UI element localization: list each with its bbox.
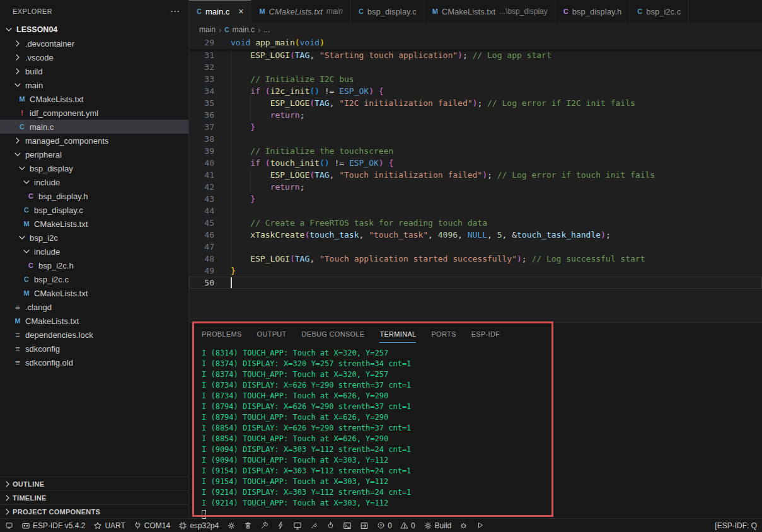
code-editor[interactable]: 29void app_main(void)31 ESP_LOGI(TAG, "S…	[189, 37, 762, 322]
tree-item-cmakelists-txt[interactable]: MCMakeLists.txt	[0, 92, 188, 106]
panel-tab-problems[interactable]: PROBLEMS	[202, 325, 242, 343]
statusbar-play-icon[interactable]	[476, 521, 484, 529]
tree-item-include[interactable]: include	[0, 245, 188, 258]
code-line[interactable]: 41 ESP_LOGE(TAG, "Touch initialization f…	[189, 169, 762, 181]
tree-item-peripheral[interactable]: peripheral	[0, 147, 188, 161]
tab-bsp-display-c[interactable]: Cbsp_display.c	[351, 0, 425, 23]
tree-item-idf-component-yml[interactable]: !idf_component.yml	[0, 106, 188, 120]
statusbar-monitor-icon[interactable]	[293, 521, 302, 530]
statusbar-gear-icon[interactable]	[227, 521, 236, 530]
sticky-scroll-line[interactable]: 29void app_main(void)	[189, 37, 762, 49]
terminal-line: I (8794) DISPLAY: X=626 Y=290 strenth=37…	[202, 402, 762, 412]
panel-tab-ports[interactable]: PORTS	[431, 325, 456, 343]
line-number: 48	[189, 253, 214, 265]
tree-item-cmakelists-txt[interactable]: MCMakeLists.txt	[0, 314, 188, 328]
code-line[interactable]: 48 ESP_LOGI(TAG, "Touch application star…	[189, 253, 762, 265]
breadcrumb[interactable]: main›Cmain.c›...	[189, 23, 762, 37]
breadcrumb-separator-icon: ›	[258, 25, 260, 35]
tree-item-bsp-display[interactable]: bsp_display	[0, 161, 188, 175]
breadcrumb-segment[interactable]: main	[199, 25, 216, 34]
code-line[interactable]: 38	[189, 133, 762, 145]
tab-bsp-display-h[interactable]: Cbsp_display.h	[556, 0, 630, 23]
tab-cmakelists-txt[interactable]: MCMakeLists.txt...\bsp_display	[425, 0, 556, 23]
statusbar-star-icon-uart[interactable]: UART	[93, 521, 125, 530]
panel-tabbar: PROBLEMSOUTPUTDEBUG CONSOLETERMINALPORTS…	[189, 323, 762, 344]
statusbar-bolt-icon[interactable]	[277, 521, 285, 529]
statusbar-espidf-icon-esp-idf-v5-4-2[interactable]: ESP-IDF v5.4.2	[21, 521, 85, 530]
code-line[interactable]: 45 // Create a FreeRTOS task for reading…	[189, 217, 762, 229]
tree-item-cmakelists-txt[interactable]: MCMakeLists.txt	[0, 217, 188, 231]
code-line[interactable]: 42 return;	[189, 181, 762, 193]
tree-item-managed-components[interactable]: managed_components	[0, 134, 188, 147]
tree-item-dependencies-lock[interactable]: ≡dependencies.lock	[0, 328, 188, 342]
statusbar-wrench-icon[interactable]	[260, 521, 268, 529]
statusbar-export-icon[interactable]	[360, 521, 369, 530]
tree-item--clangd[interactable]: ≡.clangd	[0, 300, 188, 314]
terminal-output[interactable]: I (8314) TOUCH_APP: Touch at X=320, Y=25…	[189, 344, 762, 519]
code-line[interactable]: 50	[189, 277, 762, 289]
code-line[interactable]: 40 if (touch_init() != ESP_OK) {	[189, 157, 762, 169]
code-line[interactable]: 43 }	[189, 193, 762, 205]
tree-item-build[interactable]: build	[0, 64, 188, 78]
tree-root-lesson04[interactable]: LESSON04	[0, 23, 188, 37]
tree-item--devcontainer[interactable]: .devcontainer	[0, 37, 188, 50]
close-icon[interactable]: ×	[238, 6, 243, 16]
panel-tab-output[interactable]: OUTPUT	[257, 325, 287, 343]
code-line[interactable]: 49}	[189, 265, 762, 277]
statusbar-flash-icon[interactable]	[310, 521, 318, 529]
terminal-icon	[343, 521, 352, 530]
panel-tab-esp-idf[interactable]: ESP-IDF	[471, 325, 500, 343]
statusbar-plug-icon-com14[interactable]: COM14	[134, 521, 170, 530]
chip-icon	[178, 521, 187, 530]
gear-icon	[424, 521, 432, 530]
breadcrumb-segment[interactable]: main.c	[233, 25, 255, 34]
code-line[interactable]: 33 // Initialize I2C bus	[189, 73, 762, 85]
tree-item-bsp-i2c[interactable]: bsp_i2c	[0, 231, 188, 245]
line-number: 29	[189, 37, 214, 49]
tree-item-bsp-i2c-c[interactable]: Cbsp_i2c.c	[0, 272, 188, 286]
code-line[interactable]: 46 xTaskCreate(touch_task, "touch_task",…	[189, 229, 762, 241]
tab-main-c[interactable]: Cmain.c×	[189, 0, 251, 23]
code-line[interactable]: 31 ESP_LOGI(TAG, "Starting touch applica…	[189, 49, 762, 61]
tree-item-bsp-i2c-h[interactable]: Cbsp_i2c.h	[0, 258, 188, 272]
tree-item-sdkconfig-old[interactable]: ≡sdkconfig.old	[0, 356, 188, 369]
code-line[interactable]: 37 }	[189, 121, 762, 133]
code-line[interactable]: 36 return;	[189, 109, 762, 121]
sidebar-section-timeline[interactable]: TIMELINE	[0, 490, 188, 504]
sidebar-section-outline[interactable]: OUTLINE	[0, 477, 188, 490]
more-actions-icon[interactable]: ⋯	[170, 6, 180, 17]
statusbar-gear-icon-build[interactable]: Build	[424, 521, 452, 530]
statusbar-flame-icon[interactable]	[326, 521, 335, 529]
statusbar-warning-icon-0[interactable]: 0	[400, 521, 415, 530]
statusbar-error-icon-0[interactable]: 0	[377, 521, 392, 530]
panel-tab-terminal[interactable]: TERMINAL	[379, 325, 416, 343]
tree-item-main-c[interactable]: Cmain.c	[0, 120, 188, 134]
tree-item-main[interactable]: main	[0, 78, 188, 92]
statusbar-remote-icon[interactable]	[5, 521, 13, 529]
tree-item--vscode[interactable]: .vscode	[0, 50, 188, 64]
code-line[interactable]: 34 if (i2c_init() != ESP_OK) {	[189, 85, 762, 97]
tree-item-bsp-display-c[interactable]: Cbsp_display.c	[0, 203, 188, 217]
statusbar-chip-icon-esp32p4[interactable]: esp32p4	[178, 521, 219, 530]
statusbar-terminal-icon[interactable]	[343, 521, 352, 530]
tab-cmakelists-txt[interactable]: MCMakeLists.txtmain	[251, 0, 350, 23]
breadcrumb-segment[interactable]: ...	[263, 25, 270, 34]
tree-item-label: sdkconfig	[25, 344, 60, 354]
line-number: 42	[189, 181, 214, 193]
code-line[interactable]: 39 // Initialize the touchscreen	[189, 145, 762, 157]
terminal-line: I (9094) DISPLAY: X=303 Y=112 strenth=24…	[202, 444, 762, 455]
code-line[interactable]: 44	[189, 205, 762, 217]
tree-item-include[interactable]: include	[0, 175, 188, 189]
code-line[interactable]: 32	[189, 61, 762, 73]
code-line[interactable]: 35 ESP_LOGE(TAG, "I2C initialization fai…	[189, 97, 762, 109]
tree-item-cmakelists-txt[interactable]: MCMakeLists.txt	[0, 286, 188, 300]
sidebar-section-project-components[interactable]: PROJECT COMPONENTS	[0, 504, 188, 518]
tab-bsp-i2c-c[interactable]: Cbsp_i2c.c	[630, 0, 689, 23]
tree-item-sdkconfig[interactable]: ≡sdkconfig	[0, 342, 188, 356]
statusbar-debug-icon[interactable]	[459, 521, 468, 529]
terminal-line: I (9154) TOUCH_APP: Touch at X=303, Y=11…	[202, 477, 762, 487]
statusbar-trash-icon[interactable]	[244, 521, 252, 529]
tree-item-bsp-display-h[interactable]: Cbsp_display.h	[0, 189, 188, 203]
code-line[interactable]: 47	[189, 241, 762, 253]
panel-tab-debug-console[interactable]: DEBUG CONSOLE	[302, 325, 365, 343]
